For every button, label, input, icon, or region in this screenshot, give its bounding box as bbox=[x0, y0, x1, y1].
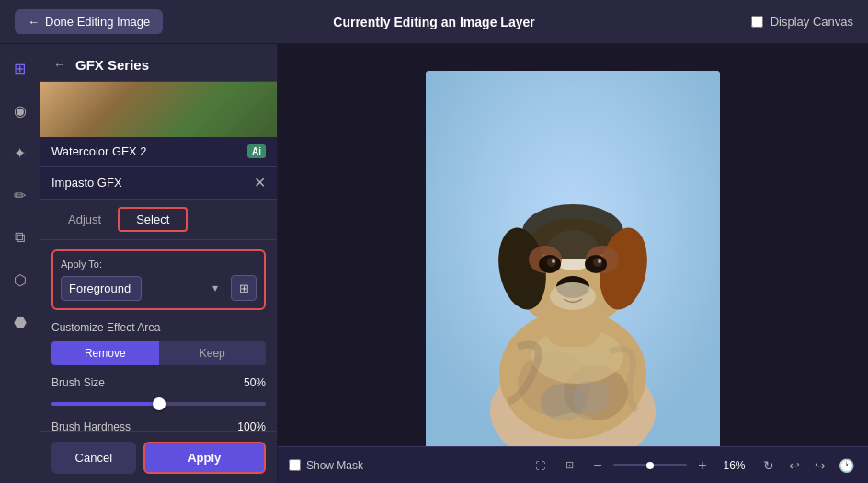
thumbnail-image bbox=[40, 82, 277, 137]
effect-name-row: Watercolor GFX 2 Ai bbox=[40, 137, 277, 167]
display-canvas-label: Display Canvas bbox=[771, 15, 853, 29]
effect-thumbnail bbox=[40, 82, 277, 137]
sliders-icon[interactable]: ⊞ bbox=[6, 53, 35, 83]
brush-size-slider[interactable] bbox=[51, 402, 266, 406]
brush-hardness-row: Brush Hardness 100% bbox=[51, 420, 266, 431]
sparkle-icon[interactable]: ✦ bbox=[6, 138, 35, 167]
display-canvas-row: Display Canvas bbox=[751, 15, 853, 29]
show-mask-label: Show Mask bbox=[306, 459, 363, 472]
shrink-fit-button[interactable]: ⊡ bbox=[558, 454, 580, 477]
apply-to-select[interactable]: Foreground Background Full Image Custom bbox=[61, 276, 142, 301]
zoom-out-button[interactable]: − bbox=[588, 455, 608, 476]
tab-bar: Adjust Select bbox=[40, 200, 277, 240]
panel-content: Apply To: Foreground Background Full Ima… bbox=[40, 240, 277, 431]
customize-section-title: Customize Effect Area bbox=[51, 321, 266, 334]
display-canvas-checkbox[interactable] bbox=[751, 16, 763, 28]
panel-footer: Cancel Apply bbox=[40, 431, 277, 483]
effects-panel: ← GFX Series Watercolor GFX 2 Ai Impasto… bbox=[40, 44, 278, 483]
effect-name-label: Watercolor GFX 2 bbox=[51, 144, 247, 158]
apply-to-label: Apply To: bbox=[61, 259, 257, 270]
apply-to-section: Apply To: Foreground Background Full Ima… bbox=[51, 249, 266, 310]
show-mask-row: Show Mask bbox=[289, 459, 363, 472]
icon-sidebar: ⊞ ◉ ✦ ✏ ⧉ ⬡ ⬣ bbox=[0, 44, 40, 483]
brush-size-value: 50% bbox=[244, 376, 266, 389]
eye-icon[interactable]: ◉ bbox=[6, 96, 35, 125]
tab-adjust[interactable]: Adjust bbox=[51, 207, 118, 232]
sub-panel-title: Impasto GFX bbox=[51, 176, 254, 190]
history-button[interactable]: 🕐 bbox=[835, 454, 857, 477]
remove-button[interactable]: Remove bbox=[51, 341, 159, 365]
done-editing-button[interactable]: ← Done Editing Image bbox=[15, 9, 163, 34]
refresh-button[interactable]: ↻ bbox=[758, 454, 780, 477]
canvas-image bbox=[426, 71, 720, 457]
mask-icon[interactable]: ⬡ bbox=[6, 265, 35, 294]
svg-point-8 bbox=[573, 381, 610, 414]
layer-icon-button[interactable]: ⊞ bbox=[231, 275, 257, 301]
apply-to-row: Foreground Background Full Image Custom … bbox=[61, 275, 257, 301]
action-buttons: ↻ ↩ ↪ 🕐 bbox=[758, 454, 857, 477]
svg-point-25 bbox=[550, 282, 596, 310]
canvas-area: Show Mask ⛶ ⊡ − + 16% ↻ ↩ ↪ 🕐 bbox=[278, 44, 868, 483]
page-title: Currently Editing an Image Layer bbox=[333, 15, 534, 29]
canvas-toolbar: Show Mask ⛶ ⊡ − + 16% ↻ ↩ ↪ 🕐 bbox=[278, 446, 868, 483]
redo-button[interactable]: ↪ bbox=[809, 454, 831, 477]
brush-hardness-value: 100% bbox=[237, 420, 266, 431]
sub-panel-close-button[interactable]: ✕ bbox=[254, 174, 266, 191]
zoom-level: 16% bbox=[718, 459, 750, 472]
zoom-thumb bbox=[646, 462, 654, 469]
cancel-button[interactable]: Cancel bbox=[51, 442, 136, 474]
keep-button[interactable]: Keep bbox=[159, 341, 267, 365]
zoom-in-button[interactable]: + bbox=[692, 455, 713, 476]
tab-select[interactable]: Select bbox=[118, 207, 188, 232]
brush-size-row: Brush Size 50% bbox=[51, 376, 266, 409]
panel-title: GFX Series bbox=[75, 57, 149, 73]
top-bar: ← Done Editing Image Currently Editing a… bbox=[0, 0, 868, 44]
sub-panel-header: Impasto GFX ✕ bbox=[40, 167, 277, 200]
main-layout: ⊞ ◉ ✦ ✏ ⧉ ⬡ ⬣ ← GFX Series Watercolor GF… bbox=[0, 44, 868, 483]
panel-header: ← GFX Series bbox=[40, 44, 277, 82]
expand-fit-button[interactable]: ⛶ bbox=[529, 454, 551, 477]
brush-size-label: Brush Size bbox=[51, 376, 105, 389]
adjustment-icon[interactable]: ⬣ bbox=[6, 307, 35, 337]
dog-portrait-svg bbox=[426, 71, 720, 457]
svg-point-21 bbox=[552, 259, 555, 263]
panel-back-button[interactable]: ← bbox=[51, 55, 68, 74]
apply-button[interactable]: Apply bbox=[143, 442, 266, 474]
layers-icon[interactable]: ⧉ bbox=[6, 223, 35, 252]
ai-badge: Ai bbox=[247, 144, 266, 158]
zoom-track bbox=[613, 464, 687, 466]
done-editing-label: Done Editing Image bbox=[45, 15, 150, 29]
svg-point-22 bbox=[598, 259, 601, 263]
arrow-left-icon: ← bbox=[28, 15, 40, 29]
zoom-controls: − + 16% bbox=[588, 455, 750, 476]
brush-hardness-label: Brush Hardness bbox=[51, 420, 131, 431]
undo-button[interactable]: ↩ bbox=[783, 454, 805, 477]
remove-keep-group: Remove Keep bbox=[51, 341, 266, 365]
brush-icon[interactable]: ✏ bbox=[6, 180, 35, 210]
show-mask-checkbox[interactable] bbox=[289, 459, 301, 471]
apply-to-select-wrapper: Foreground Background Full Image Custom bbox=[61, 276, 225, 301]
